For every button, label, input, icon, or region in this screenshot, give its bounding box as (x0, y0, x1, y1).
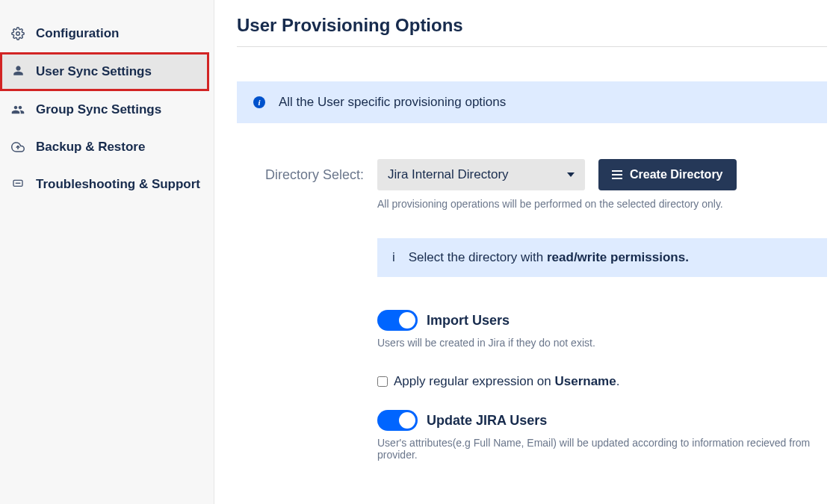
update-users-label: Update JIRA Users (427, 413, 547, 429)
form-area: Directory Select: Jira Internal Director… (259, 159, 827, 461)
info-icon: i (392, 250, 395, 265)
users-icon (10, 103, 25, 116)
sidebar-item-label: Backup & Restore (36, 139, 145, 155)
regex-checkbox-row: Apply regular expression on Username. (377, 374, 827, 389)
main-content: User Provisioning Options i All the User… (214, 0, 839, 504)
sidebar-item-user-sync[interactable]: User Sync Settings (2, 55, 207, 89)
sidebar-item-label: Group Sync Settings (36, 102, 161, 118)
import-users-toggle[interactable] (377, 310, 418, 331)
import-users-helper: Users will be created in Jira if they do… (377, 337, 827, 349)
permission-hint: Select the directory with read/write per… (409, 250, 689, 265)
cloud-icon (10, 140, 25, 154)
regex-checkbox[interactable] (377, 376, 388, 387)
info-banner-top: i All the User specific provisioning opt… (237, 81, 827, 123)
directory-select-value: Jira Internal Directory (388, 167, 509, 182)
directory-select-row: Directory Select: Jira Internal Director… (259, 159, 827, 190)
create-directory-label: Create Directory (630, 168, 723, 181)
directory-helper-text: All provisioning operations will be perf… (377, 198, 827, 210)
user-icon (10, 65, 25, 76)
directory-select-dropdown[interactable]: Jira Internal Directory (377, 159, 585, 190)
import-users-row: Import Users (377, 310, 827, 331)
sidebar-item-label: Troubleshooting & Support (36, 176, 202, 193)
gear-icon (10, 27, 25, 40)
info-banner-permissions: i Select the directory with read/write p… (377, 238, 827, 277)
svg-point-0 (16, 32, 20, 36)
directory-select-label: Directory Select: (259, 167, 364, 183)
update-users-row: Update JIRA Users (377, 410, 827, 431)
sidebar-item-label: Configuration (36, 25, 119, 42)
sidebar-item-label: User Sync Settings (36, 63, 152, 80)
page-title: User Provisioning Options (237, 15, 827, 47)
sidebar-item-group-sync[interactable]: Group Sync Settings (0, 91, 214, 128)
menu-icon (612, 170, 622, 179)
chat-icon (10, 178, 25, 190)
update-users-helper: User's attributes(e.g Full Name, Email) … (377, 437, 827, 461)
info-banner-text: All the User specific provisioning optio… (279, 95, 506, 110)
create-directory-button[interactable]: Create Directory (598, 159, 737, 190)
sidebar-item-configuration[interactable]: Configuration (0, 15, 214, 52)
sidebar-item-troubleshooting[interactable]: Troubleshooting & Support (0, 166, 214, 203)
import-users-label: Import Users (427, 313, 510, 329)
regex-label: Apply regular expression on Username. (394, 374, 619, 389)
sidebar-item-backup-restore[interactable]: Backup & Restore (0, 128, 214, 166)
update-users-toggle[interactable] (377, 410, 418, 431)
info-icon: i (253, 96, 265, 108)
sidebar: Configuration User Sync Settings Group S… (0, 0, 214, 504)
sidebar-highlight: User Sync Settings (0, 52, 209, 91)
